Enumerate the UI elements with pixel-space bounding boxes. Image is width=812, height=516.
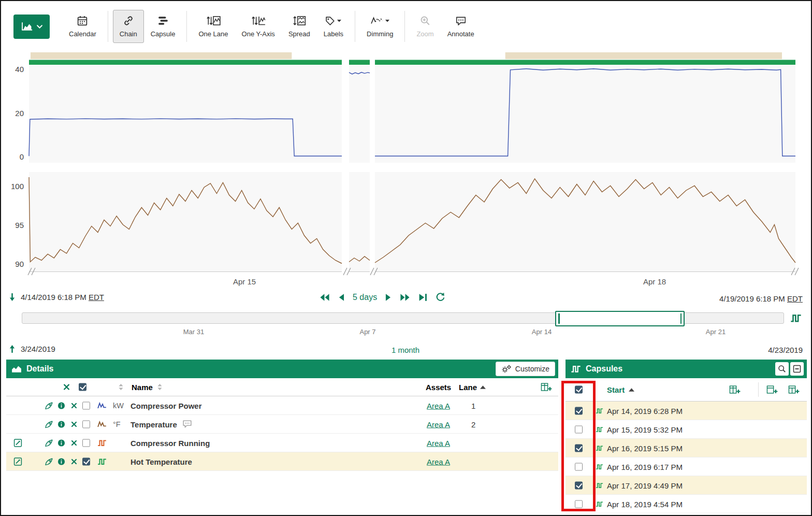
select-all-checkbox[interactable]	[79, 383, 86, 391]
step-to-end-icon[interactable]	[418, 293, 427, 302]
row-checkbox[interactable]	[82, 439, 90, 447]
zoom-to-capsule-button[interactable]	[775, 362, 789, 376]
capsule-checkbox[interactable]	[575, 463, 583, 470]
timezone-link[interactable]: EDT	[787, 294, 803, 303]
toolbar-button-chain[interactable]: Chain	[113, 10, 144, 43]
capsule-start-time: Apr 17, 2019 4:49 PM	[607, 481, 683, 490]
add-column-icon[interactable]	[541, 383, 552, 392]
start-datetime[interactable]: 4/14/2019 6:18 PM	[21, 293, 86, 302]
timezone-link[interactable]: EDT	[89, 293, 104, 302]
display-range-start[interactable]: 4/14/2019 6:18 PM EDT	[21, 293, 104, 302]
comment-icon[interactable]	[182, 420, 192, 428]
remove-icon[interactable]	[71, 403, 77, 409]
column-header-start[interactable]: Start	[607, 385, 634, 394]
details-row[interactable]: Compressor Running Area A	[6, 434, 558, 452]
capsule-checkbox[interactable]	[575, 425, 583, 433]
item-name[interactable]: Compressor Power	[130, 401, 202, 410]
step-back-icon[interactable]	[338, 293, 345, 302]
asset-link[interactable]: Area A	[427, 457, 450, 466]
toolbar-button-labels[interactable]: Labels	[317, 10, 350, 43]
capsule-checkbox[interactable]	[575, 481, 583, 489]
capsule-row[interactable]: Apr 15, 2019 5:32 PM	[566, 420, 807, 439]
details-row[interactable]: Hot Temperature Area A	[6, 452, 558, 471]
sort-icon[interactable]	[118, 384, 124, 391]
worksheet-view-dropdown[interactable]	[13, 15, 50, 39]
column-header-name[interactable]: Name	[132, 383, 163, 392]
capsules-select-all-checkbox[interactable]	[575, 386, 583, 394]
display-range-end[interactable]: 4/19/2019 6:18 PM EDT	[719, 294, 803, 303]
spread-icon	[293, 16, 306, 26]
remove-icon[interactable]	[71, 458, 77, 465]
capsule-row[interactable]: Apr 18, 2019 4:54 PM	[566, 495, 807, 513]
row-checkbox[interactable]	[82, 457, 90, 465]
item-name[interactable]: Hot Temperature	[130, 457, 192, 466]
details-panel: Details Customize Name Assets Lane kW Co…	[6, 360, 558, 515]
asset-swap-rocket-icon[interactable]	[45, 457, 53, 466]
toolbar-button-one-y-axis[interactable]: One Y-Axis	[235, 10, 282, 43]
range-duration-label[interactable]: 5 days	[353, 293, 377, 302]
step-back-fast-icon[interactable]	[319, 293, 330, 302]
selection-left-handle[interactable]	[558, 313, 560, 324]
asset-link[interactable]: Area A	[427, 438, 450, 447]
row-checkbox[interactable]	[82, 420, 90, 428]
column-header-assets[interactable]: Assets	[426, 383, 451, 392]
asset-swap-rocket-icon[interactable]	[45, 438, 53, 447]
info-icon[interactable]	[57, 439, 65, 447]
capsule-lane-icon[interactable]	[790, 313, 802, 323]
toolbar-button-calendar[interactable]: Calendar	[62, 10, 103, 43]
timeline-selection-window[interactable]	[555, 311, 685, 326]
info-icon[interactable]	[57, 420, 65, 428]
capsule-checkbox[interactable]	[575, 407, 583, 414]
edit-icon[interactable]	[13, 438, 22, 447]
details-row[interactable]: kW Compressor Power Area A 1	[6, 396, 558, 415]
toolbar-button-one-lane[interactable]: One Lane	[192, 10, 235, 43]
customize-button[interactable]: Customize	[496, 362, 555, 376]
condition-icon	[596, 426, 603, 433]
capsule-checkbox[interactable]	[575, 444, 583, 452]
item-name[interactable]: Compressor Running	[130, 438, 210, 447]
end-datetime[interactable]: 4/19/2019 6:18 PM	[719, 294, 785, 303]
toolbar-button-annotate[interactable]: Annotate	[441, 10, 481, 43]
column-header-lane[interactable]: Lane	[459, 383, 486, 392]
step-forward-icon[interactable]	[385, 293, 392, 302]
toolbar-separator	[186, 11, 187, 42]
row-checkbox[interactable]	[82, 402, 90, 409]
asset-link[interactable]: Area A	[427, 420, 450, 428]
capsule-row[interactable]: Apr 16, 2019 6:17 PM	[566, 457, 807, 476]
item-name[interactable]: Temperature	[130, 420, 192, 428]
arrow-up-icon[interactable]	[8, 345, 16, 353]
refresh-icon[interactable]	[435, 292, 445, 302]
arrow-down-icon[interactable]	[8, 293, 16, 302]
info-icon[interactable]	[57, 457, 65, 465]
toolbar-button-capsule[interactable]: Capsule	[144, 10, 182, 43]
selection-right-handle[interactable]	[680, 313, 682, 324]
remove-all-icon[interactable]	[63, 384, 70, 391]
investigate-range-start[interactable]: 3/24/2019	[21, 345, 55, 353]
asset-swap-rocket-icon[interactable]	[45, 401, 53, 410]
toolbar-button-dimming[interactable]: Dimming	[360, 10, 400, 43]
condition-icon	[596, 482, 603, 489]
sort-icon[interactable]	[157, 384, 163, 391]
info-icon[interactable]	[57, 402, 65, 409]
edit-icon[interactable]	[13, 457, 22, 466]
toolbar-label: Zoom	[416, 30, 433, 38]
toolbar-button-spread[interactable]: Spread	[282, 10, 317, 43]
capsule-row[interactable]: Apr 14, 2019 6:28 PM	[566, 402, 807, 420]
asset-swap-rocket-icon[interactable]	[45, 420, 53, 428]
asset-link[interactable]: Area A	[427, 401, 450, 410]
remove-icon[interactable]	[71, 440, 77, 446]
investigate-range-end[interactable]: 4/23/2019	[768, 346, 803, 354]
step-forward-fast-icon[interactable]	[399, 293, 411, 302]
investigate-range-duration[interactable]: 1 month	[392, 346, 419, 354]
add-stat-column-icon[interactable]	[766, 385, 778, 394]
toolbar-label: Annotate	[447, 30, 474, 38]
details-row[interactable]: °F Temperature Area A 2	[6, 415, 558, 434]
capsule-checkbox[interactable]	[575, 500, 583, 508]
trend-chart[interactable]: 402001009590Apr 15Apr 18	[6, 51, 808, 290]
remove-icon[interactable]	[71, 421, 77, 427]
add-column-icon[interactable]	[729, 385, 741, 394]
capsule-row[interactable]: Apr 16, 2019 5:15 PM	[566, 439, 807, 457]
collapse-panel-button[interactable]	[790, 362, 804, 376]
add-property-column-icon[interactable]	[788, 385, 800, 394]
capsule-row[interactable]: Apr 17, 2019 4:49 PM	[566, 476, 807, 495]
